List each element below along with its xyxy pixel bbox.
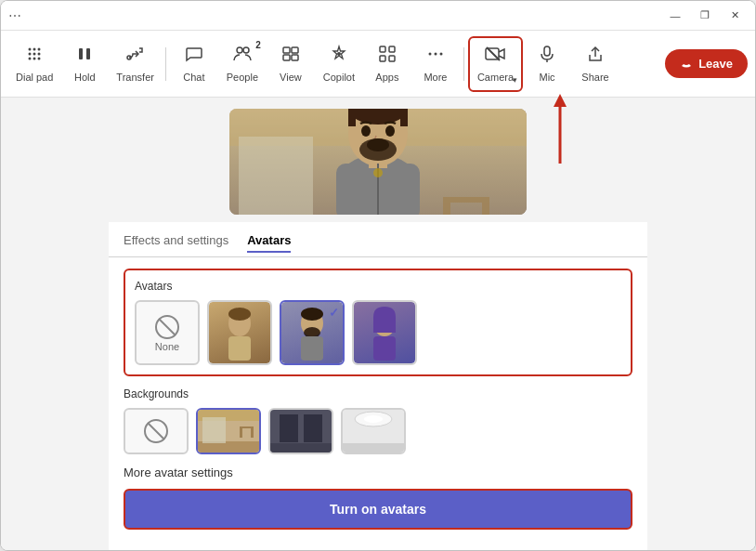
share-icon [586, 45, 605, 68]
svg-rect-22 [389, 56, 395, 61]
svg-point-24 [434, 53, 437, 56]
none-label: None [155, 341, 179, 352]
svg-rect-10 [86, 48, 90, 59]
svg-point-3 [29, 53, 32, 56]
bg-option-3[interactable] [341, 408, 406, 454]
svg-rect-16 [283, 55, 290, 60]
bg-thumb-svg-1 [198, 410, 259, 453]
hold-icon [75, 45, 94, 68]
bg-option-none[interactable] [124, 408, 189, 454]
share-label: Share [581, 72, 608, 83]
maximize-button[interactable]: ❐ [692, 6, 718, 26]
svg-rect-71 [240, 428, 242, 438]
none-circle-icon [153, 313, 181, 341]
main-content: Effects and settings Avatars Avatars [1, 98, 755, 550]
svg-point-5 [38, 53, 41, 56]
avatars-title: Avatars [135, 280, 621, 293]
svg-rect-9 [79, 48, 83, 59]
svg-rect-20 [389, 46, 395, 52]
backgrounds-section: Backgrounds [124, 387, 632, 454]
svg-rect-19 [380, 46, 385, 52]
toolbar-item-apps[interactable]: Apps [363, 36, 411, 92]
svg-point-18 [337, 52, 341, 56]
more-settings-label: More avatar settings [124, 466, 632, 479]
toolbar-item-dialpad[interactable]: Dial pad [8, 36, 60, 92]
toolbar-item-share[interactable]: Share [571, 36, 619, 92]
svg-rect-46 [400, 109, 408, 126]
svg-rect-75 [304, 414, 322, 442]
avatar-option-3[interactable] [352, 300, 417, 365]
camera-icon [485, 45, 505, 68]
bg-option-2[interactable] [268, 408, 333, 454]
tab-effects[interactable]: Effects and settings [124, 230, 228, 253]
svg-line-27 [487, 47, 500, 60]
svg-point-12 [237, 47, 242, 53]
apps-icon [378, 45, 397, 68]
dialpad-label: Dial pad [16, 72, 53, 83]
people-icon [232, 45, 253, 68]
avatar-checkmark: ✓ [329, 306, 339, 320]
svg-point-6 [29, 58, 32, 60]
avatar-option-1[interactable] [207, 300, 272, 365]
chat-icon [185, 45, 203, 68]
toolbar-item-people[interactable]: 2 People [218, 36, 267, 92]
svg-rect-28 [544, 46, 550, 56]
avatar-thumb-1 [209, 302, 270, 363]
toolbar-item-chat[interactable]: Chat [170, 36, 218, 92]
more-settings-section: More avatar settings Turn on avatars [124, 466, 632, 530]
toolbar-item-copilot[interactable]: Copilot [315, 36, 363, 92]
video-preview [229, 109, 527, 215]
mic-label: Mic [539, 72, 554, 83]
svg-point-2 [38, 48, 41, 51]
svg-point-13 [243, 47, 249, 53]
view-label: View [280, 72, 302, 83]
panel-body: Avatars None [109, 257, 647, 550]
view-icon [281, 45, 300, 68]
svg-point-0 [29, 48, 32, 51]
toolbar-item-more[interactable]: More [411, 36, 460, 92]
copilot-icon [330, 45, 348, 68]
avatar-thumb-3 [354, 302, 415, 363]
camera-label: Camera [477, 72, 514, 83]
svg-point-59 [301, 308, 323, 321]
people-label: People [227, 72, 258, 83]
turn-on-avatars-button[interactable]: Turn on avatars [124, 489, 632, 530]
title-bar: ⋯ — ❐ ✕ [1, 1, 755, 31]
svg-rect-21 [380, 56, 385, 61]
svg-point-7 [33, 58, 36, 60]
backgrounds-title: Backgrounds [124, 387, 632, 400]
minimize-button[interactable]: — [662, 6, 688, 26]
toolbar-wrapper: Dial pad Hold [1, 31, 755, 98]
separator-2 [463, 47, 464, 81]
svg-rect-15 [292, 47, 298, 53]
close-button[interactable]: ✕ [722, 6, 748, 26]
hold-label: Hold [74, 72, 96, 83]
toolbar-item-mic[interactable]: Mic [523, 36, 571, 92]
svg-point-79 [364, 415, 383, 423]
toolbar-item-camera[interactable]: Camera ▾ [468, 36, 523, 92]
title-bar-controls: — ❐ ✕ [662, 6, 748, 26]
svg-point-4 [33, 53, 36, 56]
svg-point-56 [228, 308, 251, 321]
svg-point-1 [33, 48, 36, 51]
svg-rect-36 [443, 197, 489, 203]
svg-rect-38 [482, 203, 489, 215]
avatar-option-2[interactable]: ✓ [280, 300, 345, 365]
avatar-option-none[interactable]: None [135, 300, 200, 365]
toolbar-item-transfer[interactable]: Transfer [109, 36, 162, 92]
tab-avatars[interactable]: Avatars [247, 230, 291, 253]
svg-rect-74 [280, 414, 298, 442]
camera-dropdown-icon: ▾ [513, 75, 517, 85]
bg-option-1[interactable] [196, 408, 261, 454]
avatar-small-3 [361, 305, 408, 361]
transfer-label: Transfer [116, 72, 154, 83]
svg-line-54 [159, 319, 176, 335]
bg-none-icon [142, 417, 170, 445]
title-bar-dots: ⋯ [8, 8, 21, 23]
toolbar-item-view[interactable]: View [267, 36, 315, 92]
toolbar-item-hold[interactable]: Hold [60, 36, 109, 92]
leave-button[interactable]: Leave [665, 49, 748, 78]
avatar-small-1 [216, 305, 263, 361]
bg-thumb-svg-2 [270, 410, 332, 453]
svg-rect-63 [373, 336, 396, 361]
